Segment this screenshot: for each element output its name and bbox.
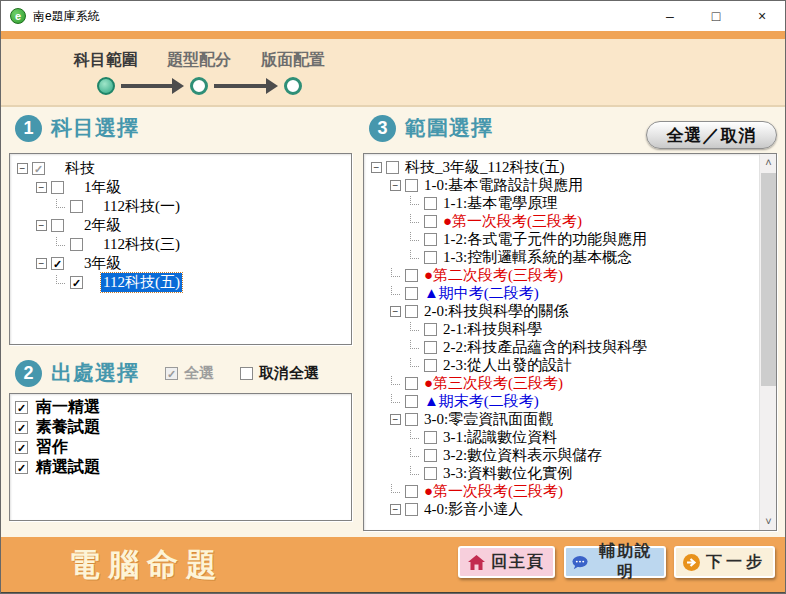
range-tree-row[interactable]: −3-0:零壹資訊面面觀 bbox=[366, 410, 757, 428]
tree-item-checkbox[interactable] bbox=[405, 485, 418, 498]
range-tree-row[interactable]: 1-3:控制邏輯系統的基本概念 bbox=[366, 248, 757, 266]
tree-collapse-icon[interactable]: − bbox=[390, 180, 401, 191]
range-tree-row[interactable]: ●第一次段考(三段考) bbox=[366, 482, 757, 500]
tree-item-label[interactable]: 3-1:認識數位資料 bbox=[441, 428, 559, 447]
range-tree-row[interactable]: ●第二次段考(三段考) bbox=[366, 266, 757, 284]
tree-item-label[interactable]: 1-0:基本電路設計與應用 bbox=[422, 176, 585, 195]
range-tree-row[interactable]: 2-2:科技產品蘊含的科技與科學 bbox=[366, 338, 757, 356]
source-list-box[interactable]: ✓南一精選✓素養試題✓習作✓精選試題 bbox=[9, 393, 352, 521]
range-tree-row[interactable]: −1-0:基本電路設計與應用 bbox=[366, 176, 757, 194]
vertical-scrollbar[interactable]: ˄ ˅ bbox=[759, 154, 776, 530]
select-all-checkbox-group[interactable]: ✓ 全選 bbox=[165, 364, 214, 383]
tree-item-label[interactable]: 2-0:科技與科學的關係 bbox=[422, 302, 570, 321]
tree-item-checkbox[interactable] bbox=[386, 161, 399, 174]
tree-collapse-icon[interactable]: − bbox=[36, 258, 47, 269]
tree-item-label[interactable]: 3-2:數位資料表示與儲存 bbox=[441, 446, 604, 465]
tree-item-label[interactable]: 科技_3年級_112科技(五) bbox=[403, 158, 566, 177]
range-tree-row[interactable]: ●第三次段考(三段考) bbox=[366, 374, 757, 392]
tree-item-label[interactable]: 1-1:基本電學原理 bbox=[441, 194, 559, 213]
tree-item-checkbox[interactable] bbox=[424, 215, 437, 228]
subject-tree-box[interactable]: −✓科技−1年級112科技(一)−2年級112科技(三)−✓3年級✓112科技(… bbox=[9, 153, 352, 345]
range-tree-row[interactable]: 1-2:各式電子元件的功能與應用 bbox=[366, 230, 757, 248]
range-tree-row[interactable]: 2-1:科技與科學 bbox=[366, 320, 757, 338]
source-list-item[interactable]: ✓南一精選 bbox=[12, 397, 349, 417]
tree-item-label[interactable]: ●第一次段考(三段考) bbox=[422, 482, 565, 501]
tree-collapse-icon[interactable]: − bbox=[17, 163, 28, 174]
select-toggle-button[interactable]: 全選／取消 bbox=[646, 121, 777, 149]
tree-item-label[interactable]: 3-0:零壹資訊面面觀 bbox=[422, 410, 555, 429]
minimize-button[interactable]: – bbox=[647, 1, 693, 31]
tree-collapse-icon[interactable]: − bbox=[371, 162, 382, 173]
tree-item-label[interactable]: 2-2:科技產品蘊含的科技與科學 bbox=[441, 338, 649, 357]
range-tree-box[interactable]: −科技_3年級_112科技(五)−1-0:基本電路設計與應用1-1:基本電學原理… bbox=[363, 153, 777, 531]
range-tree-row[interactable]: 1-1:基本電學原理 bbox=[366, 194, 757, 212]
tree-item-checkbox[interactable] bbox=[424, 431, 437, 444]
tree-item-checkbox[interactable] bbox=[405, 395, 418, 408]
tree-item-label[interactable]: ▲期中考(二段考) bbox=[422, 284, 541, 303]
range-tree-row[interactable]: ●第一次段考(三段考) bbox=[366, 212, 757, 230]
tree-item-label[interactable]: 3-3:資料數位化實例 bbox=[441, 464, 574, 483]
tree-item-checkbox[interactable]: ✓ bbox=[51, 257, 64, 270]
tree-item-checkbox[interactable] bbox=[405, 305, 418, 318]
tree-item-label[interactable]: 科技 bbox=[63, 159, 97, 178]
tree-item-checkbox[interactable] bbox=[405, 377, 418, 390]
tree-collapse-icon[interactable]: − bbox=[390, 306, 401, 317]
tree-item-checkbox[interactable] bbox=[424, 467, 437, 480]
tree-item-checkbox[interactable] bbox=[51, 219, 64, 232]
next-step-button[interactable]: 下一步 bbox=[674, 546, 775, 578]
tree-item-label[interactable]: 3年級 bbox=[82, 254, 124, 273]
tree-item-checkbox[interactable] bbox=[424, 341, 437, 354]
tree-item-checkbox[interactable] bbox=[424, 233, 437, 246]
tree-collapse-icon[interactable]: − bbox=[390, 414, 401, 425]
tree-item-label[interactable]: ●第二次段考(三段考) bbox=[422, 266, 565, 285]
tree-item-checkbox[interactable] bbox=[51, 181, 64, 194]
tree-item-checkbox[interactable] bbox=[405, 179, 418, 192]
subject-tree-row[interactable]: −1年級 bbox=[12, 178, 349, 197]
tree-collapse-icon[interactable]: − bbox=[390, 504, 401, 515]
tree-item-checkbox[interactable] bbox=[424, 197, 437, 210]
tree-item-label[interactable]: 4-0:影音小達人 bbox=[422, 500, 525, 519]
tree-collapse-icon[interactable]: − bbox=[36, 182, 47, 193]
range-tree-row[interactable]: −4-0:影音小達人 bbox=[366, 500, 757, 518]
home-button[interactable]: 回主頁 bbox=[458, 546, 555, 578]
range-tree[interactable]: −科技_3年級_112科技(五)−1-0:基本電路設計與應用1-1:基本電學原理… bbox=[364, 154, 759, 530]
scroll-down-icon[interactable]: ˅ bbox=[760, 513, 777, 530]
tree-collapse-icon[interactable]: − bbox=[36, 220, 47, 231]
range-tree-row[interactable]: −2-0:科技與科學的關係 bbox=[366, 302, 757, 320]
tree-item-label[interactable]: 112科技(三) bbox=[101, 235, 182, 254]
tree-item-checkbox[interactable] bbox=[405, 413, 418, 426]
subject-tree-row[interactable]: ✓112科技(五) bbox=[12, 273, 349, 292]
tree-item-label[interactable]: 112科技(一) bbox=[101, 197, 182, 216]
maximize-button[interactable]: □ bbox=[693, 1, 739, 31]
tree-item-checkbox[interactable] bbox=[70, 238, 83, 251]
source-list-item[interactable]: ✓習作 bbox=[12, 437, 349, 457]
source-list-item[interactable]: ✓素養試題 bbox=[12, 417, 349, 437]
tree-item-checkbox[interactable]: ✓ bbox=[32, 162, 45, 175]
source-item-checkbox[interactable]: ✓ bbox=[15, 401, 28, 414]
range-tree-row[interactable]: 3-1:認識數位資料 bbox=[366, 428, 757, 446]
tree-item-checkbox[interactable] bbox=[70, 200, 83, 213]
deselect-all-checkbox[interactable] bbox=[240, 367, 253, 380]
tree-item-checkbox[interactable] bbox=[424, 359, 437, 372]
tree-item-label[interactable]: ●第三次段考(三段考) bbox=[422, 374, 565, 393]
source-item-checkbox[interactable]: ✓ bbox=[15, 441, 28, 454]
scrollbar-thumb[interactable] bbox=[761, 173, 776, 386]
tree-item-label[interactable]: 1年級 bbox=[82, 178, 124, 197]
tree-item-checkbox[interactable] bbox=[424, 449, 437, 462]
help-button[interactable]: 輔助說明 bbox=[564, 546, 666, 578]
tree-item-label[interactable]: 2年級 bbox=[82, 216, 124, 235]
range-tree-row[interactable]: ▲期末考(二段考) bbox=[366, 392, 757, 410]
select-all-checkbox[interactable]: ✓ bbox=[165, 367, 178, 380]
tree-item-checkbox[interactable] bbox=[424, 323, 437, 336]
range-tree-row[interactable]: ▲期中考(二段考) bbox=[366, 284, 757, 302]
deselect-all-checkbox-group[interactable]: 取消全選 bbox=[240, 364, 319, 383]
range-tree-row[interactable]: 3-3:資料數位化實例 bbox=[366, 464, 757, 482]
subject-tree-row[interactable]: −2年級 bbox=[12, 216, 349, 235]
source-item-checkbox[interactable]: ✓ bbox=[15, 421, 28, 434]
subject-tree-row[interactable]: 112科技(三) bbox=[12, 235, 349, 254]
scroll-up-icon[interactable]: ˄ bbox=[760, 154, 777, 171]
subject-tree-row[interactable]: −✓科技 bbox=[12, 159, 349, 178]
close-button[interactable]: × bbox=[739, 1, 785, 31]
range-tree-row[interactable]: −科技_3年級_112科技(五) bbox=[366, 158, 757, 176]
tree-item-checkbox[interactable] bbox=[405, 269, 418, 282]
